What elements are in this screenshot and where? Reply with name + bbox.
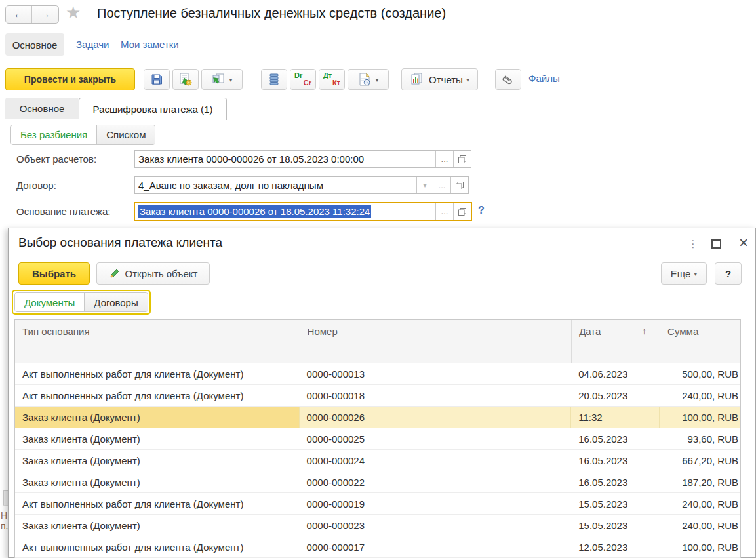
post-document-button[interactable]	[172, 69, 199, 90]
form-tab-osnovnoe[interactable]: Основное	[5, 98, 79, 119]
field-help-button[interactable]: ?	[478, 205, 485, 216]
cell-sum[interactable]: 240,00, RUB	[660, 385, 740, 406]
cell-type[interactable]: Заказ клиента (Документ)	[15, 450, 300, 471]
cell-number[interactable]: 0000-000023	[300, 515, 572, 536]
save-button[interactable]	[144, 69, 170, 90]
back-button[interactable]: ←	[6, 6, 32, 23]
settlement-object-input[interactable]: Заказ клиента 0000-000026 от 18.05.2023 …	[135, 151, 435, 167]
tab-dogovory[interactable]: Договоры	[84, 293, 147, 311]
contract-input[interactable]: 4_Аванс по заказам, долг по накладным	[135, 177, 416, 193]
document-log-button[interactable]: ▾	[348, 69, 389, 90]
column-header-date[interactable]: Дата ↑	[571, 320, 660, 363]
cell-type[interactable]: Акт выполненных работ для клиента (Докум…	[15, 385, 300, 406]
cell-sum[interactable]: 187,20, RUB	[660, 471, 740, 492]
open-windows-icon	[455, 181, 464, 190]
toggle-spiskom[interactable]: Списком	[96, 125, 155, 144]
column-header-number[interactable]: Номер	[300, 320, 572, 363]
cell-number[interactable]: 0000-000026	[300, 407, 572, 428]
column-header-type[interactable]: Тип основания	[15, 320, 300, 363]
cell-date[interactable]: 15.05.2023	[571, 515, 660, 536]
cell-date[interactable]: 15.05.2023	[571, 493, 660, 514]
payment-basis-input[interactable]: Заказ клиента 0000-000026 от 18.05.2023 …	[135, 203, 435, 220]
cell-date[interactable]: 11:32	[571, 407, 660, 428]
cell-sum[interactable]: 500,00, RUB	[660, 363, 740, 384]
close-icon[interactable]: ×	[735, 233, 752, 252]
attachments-button[interactable]	[495, 69, 521, 90]
dtkt-button[interactable]: Дт Кт	[319, 69, 345, 90]
kebab-menu-icon[interactable]: ⋮	[686, 236, 700, 252]
cell-type[interactable]: Заказ клиента (Документ)	[15, 515, 300, 536]
more-button[interactable]: Еще ▾	[661, 262, 707, 285]
cell-type[interactable]: Акт выполненных работ для клиента (Докум…	[15, 493, 300, 514]
cell-sum[interactable]: 100,00, RUB	[660, 536, 740, 557]
create-based-on-button[interactable]: ▾	[201, 69, 243, 90]
cell-number[interactable]: 0000-000025	[300, 428, 572, 449]
table-row[interactable]: Заказ клиента (Документ) 0000-000024 16.…	[15, 450, 740, 471]
cell-date[interactable]: 20.05.2023	[571, 385, 660, 406]
cell-sum[interactable]: 93,60, RUB	[660, 428, 740, 449]
field-label-settlement-object: Объект расчетов:	[16, 153, 96, 165]
cell-sum[interactable]: 667,20, RUB	[660, 450, 740, 471]
toggle-bez-razbieniya[interactable]: Без разбиения	[11, 125, 96, 144]
cell-number[interactable]: 0000-000022	[300, 471, 572, 492]
document-clock-icon	[357, 72, 372, 87]
cell-date[interactable]: 12.05.2023	[571, 536, 660, 557]
reports-button[interactable]: Отчеты ▾	[401, 68, 478, 90]
table-row[interactable]: Акт выполненных работ для клиента (Докум…	[15, 385, 740, 407]
cell-number[interactable]: 0000-000019	[300, 493, 572, 514]
cell-number[interactable]: 0000-000017	[300, 536, 572, 557]
register-records-button[interactable]	[261, 69, 287, 90]
table-row[interactable]: Акт выполненных работ для клиента (Докум…	[15, 363, 740, 385]
tab-dokumenty[interactable]: Документы	[15, 293, 84, 311]
drcr-button[interactable]: Dr Cr	[290, 69, 316, 90]
cell-date[interactable]: 16.05.2023	[571, 428, 660, 449]
cell-number[interactable]: 0000-000018	[300, 385, 572, 406]
cell-number[interactable]: 0000-000013	[300, 363, 572, 384]
background-dashed-line	[0, 509, 8, 509]
table-row[interactable]: Акт выполненных работ для клиента (Докум…	[15, 536, 740, 558]
forward-button[interactable]: →	[32, 6, 58, 23]
nav-link-moi-zametki[interactable]: Мои заметки	[121, 39, 179, 50]
table-row[interactable]: Заказ клиента (Документ) 0000-000022 16.…	[15, 471, 740, 493]
chevron-down-icon: ▾	[375, 76, 378, 83]
select-button[interactable]: Выбрать	[18, 262, 90, 285]
cell-type[interactable]: Заказ клиента (Документ)	[15, 471, 300, 492]
open-object-button[interactable]: Открыть объект	[96, 262, 210, 285]
table-header: Тип основания Номер Дата ↑ Сумма	[15, 319, 740, 363]
cell-type[interactable]: Заказ клиента (Документ)	[15, 428, 300, 449]
favorite-star-icon[interactable]: ★	[66, 3, 81, 23]
cell-sum[interactable]: 100,00, RUB	[660, 407, 740, 428]
report-chart-icon	[410, 72, 424, 87]
post-and-close-button[interactable]: Провести и закрыть	[5, 68, 135, 90]
table-row[interactable]: Заказ клиента (Документ) 0000-000023 15.…	[15, 515, 740, 536]
contract-choose-button[interactable]: ...	[433, 177, 450, 193]
nav-tab-osnovnoe[interactable]: Основное	[5, 33, 64, 56]
cell-sum[interactable]: 240,00, RUB	[660, 515, 740, 536]
table-row-selected[interactable]: Заказ клиента (Документ) 0000-000026 11:…	[15, 407, 740, 428]
back-arrow-icon: ←	[14, 9, 24, 20]
column-header-sum[interactable]: Сумма	[660, 320, 740, 363]
payment-basis-choose-button[interactable]: ...	[435, 203, 453, 220]
maximize-icon[interactable]	[711, 239, 721, 249]
cell-date[interactable]: 16.05.2023	[571, 471, 660, 492]
table-row[interactable]: Заказ клиента (Документ) 0000-000025 16.…	[15, 428, 740, 450]
cell-sum[interactable]: 240,00, RUB	[660, 493, 740, 514]
settlement-object-choose-button[interactable]: ...	[435, 151, 453, 167]
cell-type[interactable]: Заказ клиента (Документ)	[15, 407, 300, 428]
dialog-help-button[interactable]: ?	[715, 262, 742, 285]
payment-basis-open-button[interactable]	[453, 203, 471, 220]
settlement-object-open-button[interactable]	[453, 151, 471, 167]
cell-type[interactable]: Акт выполненных работ для клиента (Докум…	[15, 536, 300, 557]
cell-number[interactable]: 0000-000024	[300, 450, 572, 471]
cell-date[interactable]: 16.05.2023	[571, 450, 660, 471]
files-link[interactable]: Файлы	[528, 73, 560, 84]
contract-open-button[interactable]	[450, 177, 468, 193]
form-tab-rasshifrovka[interactable]: Расшифровка платежа (1)	[79, 98, 227, 120]
cell-date[interactable]: 04.06.2023	[571, 363, 660, 384]
dialog-tabs: Документы Договоры	[14, 292, 148, 312]
contract-dropdown-button[interactable]: ▾	[416, 177, 433, 193]
nav-link-zadachi[interactable]: Задачи	[76, 39, 109, 50]
table-row[interactable]: Акт выполненных работ для клиента (Докум…	[15, 493, 740, 515]
sort-ascending-icon: ↑	[642, 326, 647, 363]
cell-type[interactable]: Акт выполненных работ для клиента (Докум…	[15, 363, 300, 384]
